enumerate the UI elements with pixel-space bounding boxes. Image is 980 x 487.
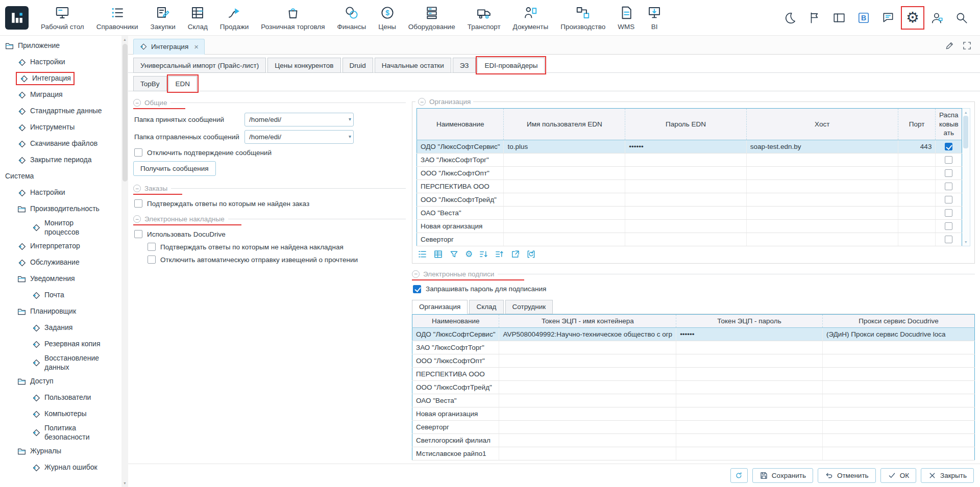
grid-cell[interactable] [822, 407, 974, 421]
menu-item-desktop[interactable]: Рабочий стол [35, 3, 90, 33]
fullscreen-icon[interactable] [962, 41, 972, 50]
sidebar-item-standard-data[interactable]: Стандартные данные [0, 103, 121, 119]
tab-initial-balances[interactable]: Начальные остатки [375, 58, 451, 73]
tab-universal-import[interactable]: Универсальный импорт (Прайс-лист) [133, 58, 266, 73]
close-button[interactable]: Закрыть [921, 468, 974, 483]
menu-item-wms[interactable]: WMS [611, 3, 641, 33]
column-header-host[interactable]: Хост [746, 109, 898, 140]
edit-icon[interactable] [945, 41, 954, 50]
grid-cell[interactable] [898, 166, 935, 180]
tab-druid[interactable]: Druid [342, 58, 373, 73]
sidebar-item-backup[interactable]: Резервная копия [0, 336, 121, 352]
column-header-edn-password[interactable]: Пароль EDN [625, 109, 746, 140]
sidebar-item-system-settings[interactable]: Настройки [0, 185, 121, 201]
sidebar-item-settings[interactable]: Настройки [0, 54, 121, 70]
scroll-up-icon[interactable]: ▲ [121, 36, 128, 43]
org-name-cell[interactable]: ОДО "ЛюксСофтСервис" [417, 140, 504, 153]
edn-password-cell[interactable]: •••••• [625, 140, 746, 153]
grid-cell[interactable] [898, 233, 935, 246]
tab-ez[interactable]: ЭЗ [453, 58, 476, 73]
grid-cell[interactable] [746, 219, 898, 233]
sidebar-item-maintenance[interactable]: Обслуживание [0, 254, 121, 271]
column-header-name[interactable]: Наименование [417, 109, 504, 140]
column-header-unpack[interactable]: Распаковывать [936, 109, 962, 140]
sidebar-item-security-policy[interactable]: Политика безопасности [0, 422, 121, 443]
grid-cell[interactable] [746, 193, 898, 206]
scrollbar-thumb[interactable] [963, 116, 968, 148]
grid-cell[interactable] [499, 407, 676, 421]
unpack-checkbox[interactable] [945, 183, 952, 190]
sidebar-item-error-log[interactable]: Журнал ошибок [0, 459, 121, 476]
grid-cell[interactable] [499, 341, 676, 354]
menu-item-retail[interactable]: Розничная торговля [255, 3, 331, 33]
grid-cell[interactable] [625, 180, 746, 193]
tab-competitor-prices[interactable]: Цены конкурентов [267, 58, 340, 73]
grid-settings-icon[interactable]: ⚙ [465, 250, 473, 259]
grid-cell[interactable] [822, 368, 974, 381]
grid-cell[interactable] [746, 153, 898, 166]
org-name-cell[interactable]: ОАО "Веста" [417, 206, 504, 219]
menu-item-transport[interactable]: Транспорт [461, 3, 507, 33]
scroll-up-icon[interactable]: ▲ [962, 109, 969, 116]
input-dropdown-icon[interactable]: ▾ [349, 134, 351, 139]
menu-item-production[interactable]: Производство [554, 3, 611, 33]
grid-scrollbar[interactable]: ▲ ▼ [962, 108, 970, 246]
confirm-no-waybill-checkbox[interactable] [148, 243, 156, 251]
unpack-cell[interactable] [936, 219, 962, 233]
menu-item-purchases[interactable]: Закупки [144, 3, 182, 33]
ok-button[interactable]: ОК [880, 468, 916, 483]
sidebar-item-performance[interactable]: Производительность [0, 201, 121, 217]
sidebar-scrollbar[interactable]: ▲ ▼ [121, 36, 128, 487]
column-header-proxy[interactable]: Прокси сервис Docudrive [822, 314, 974, 328]
unpack-cell[interactable] [936, 193, 962, 206]
grid-cell[interactable] [625, 166, 746, 180]
ask-password-checkbox[interactable] [413, 285, 421, 293]
export-icon[interactable] [510, 249, 520, 259]
grid-cell[interactable] [625, 233, 746, 246]
sidebar-item-mail[interactable]: Почта [0, 287, 121, 303]
grid-cell[interactable] [676, 434, 823, 447]
save-button[interactable]: Сохранить [752, 468, 813, 483]
unpack-checkbox[interactable] [945, 196, 952, 203]
grid-cell[interactable] [746, 206, 898, 219]
token-container-cell[interactable]: AVP5080049992:Научно-техническое обществ… [499, 328, 676, 341]
grid-cell[interactable] [822, 434, 974, 447]
scroll-down-icon[interactable]: ▼ [962, 239, 969, 245]
collapse-icon[interactable]: − [412, 270, 420, 278]
sort-ascending-icon[interactable] [495, 249, 504, 259]
grid-cell[interactable] [898, 193, 935, 206]
grid-cell[interactable] [822, 341, 974, 354]
grid-cell[interactable] [898, 180, 935, 193]
column-header-token-password[interactable]: Токен ЭЦП - пароль [676, 314, 823, 328]
grid-cell[interactable] [898, 206, 935, 219]
org-name-cell[interactable]: ООО "ЛюксСофтОпт" [412, 354, 499, 368]
panel-toggle-button[interactable] [829, 8, 849, 28]
org-name-cell[interactable]: ООО "ЛюксСофтТрейд" [417, 193, 504, 206]
grid-cell[interactable] [898, 153, 935, 166]
sidebar-item-notifications[interactable]: Уведомления [0, 271, 121, 287]
grid-cell[interactable] [676, 407, 823, 421]
sidebar-item-file-download[interactable]: Скачивание файлов [0, 136, 121, 152]
menu-item-prices[interactable]: $ Цены [372, 3, 402, 33]
grid-cell[interactable] [822, 421, 974, 434]
grid-cell[interactable] [822, 447, 974, 460]
menu-item-directories[interactable]: Справочники [90, 3, 144, 33]
sidebar-item-tools[interactable]: Инструменты [0, 119, 121, 136]
org-name-cell[interactable]: ЗАО "ЛюксСофтТорг" [417, 153, 504, 166]
sidebar-item-logs[interactable]: Журналы [0, 443, 121, 459]
theme-toggle-button[interactable] [780, 8, 800, 28]
search-button[interactable] [951, 8, 972, 28]
grid-cell[interactable] [499, 394, 676, 407]
unpack-checkbox[interactable] [945, 209, 952, 217]
use-docudrive-checkbox[interactable] [134, 230, 142, 238]
port-cell[interactable]: 443 [898, 140, 935, 153]
unpack-cell[interactable] [936, 140, 962, 153]
grid-cell[interactable] [504, 166, 625, 180]
grid-cell[interactable] [625, 219, 746, 233]
sidebar-item-access[interactable]: Доступ [0, 373, 121, 390]
bold-button[interactable]: B [853, 8, 874, 28]
grid-cell[interactable] [676, 421, 823, 434]
grid-cell[interactable] [504, 206, 625, 219]
grid-cell[interactable] [625, 193, 746, 206]
sidebar-item-users[interactable]: Пользователи [0, 390, 121, 406]
